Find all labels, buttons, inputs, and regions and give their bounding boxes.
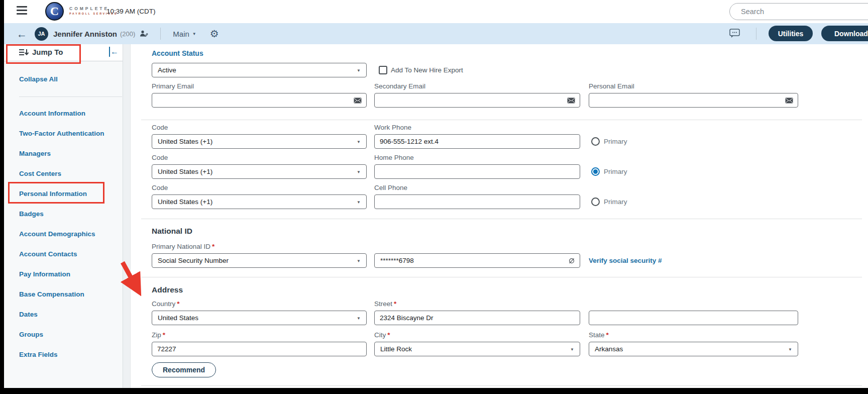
sidebar-item-badges[interactable]: Badges [4, 204, 123, 224]
sidebar-item-account-demographics[interactable]: Account Demographics [4, 224, 123, 244]
state-select[interactable]: Arkansas [589, 342, 798, 356]
chevron-down-icon[interactable] [192, 32, 196, 36]
primary-email-input[interactable] [152, 93, 354, 107]
cell-phone-input[interactable] [374, 194, 580, 209]
content-gutter [123, 44, 131, 388]
account-status-select[interactable]: Active [152, 63, 367, 77]
employee-number: (200) [120, 30, 135, 38]
employee-name: Jennifer Anniston [53, 30, 117, 38]
work-phone-input[interactable] [374, 134, 580, 149]
jump-to-label: Jump To [32, 48, 63, 56]
primary-email-field-wrap [152, 93, 367, 108]
city-select[interactable]: Little Rock [374, 342, 580, 356]
sidebar-item-extra-fields[interactable]: Extra Fields [4, 345, 123, 365]
cell-phone-primary-radio[interactable] [591, 198, 600, 206]
secondary-email-field-wrap [374, 93, 580, 108]
recommend-button[interactable]: Recommend [152, 362, 216, 377]
code-label: Code [152, 124, 168, 131]
primary-radio-label: Primary [604, 168, 627, 175]
envelope-icon[interactable] [567, 97, 575, 104]
required-asterisk: * [387, 331, 390, 339]
street-label: Street* [374, 300, 396, 308]
chevron-down-icon [357, 68, 361, 73]
work-phone-label: Work Phone [374, 124, 411, 131]
primary-radio-label: Primary [604, 138, 627, 145]
sidebar-item-cost-centers[interactable]: Cost Centers [4, 164, 123, 184]
divider [141, 385, 862, 386]
envelope-icon[interactable] [785, 97, 793, 104]
divider [160, 28, 161, 40]
primary-email-label: Primary Email [152, 82, 194, 90]
screenshot-border [0, 388, 868, 394]
divider [141, 219, 862, 219]
national-id-type-select[interactable]: Social Security Number [152, 253, 367, 268]
jump-to-icon [19, 48, 29, 59]
selected-value: United States (+1) [158, 138, 212, 145]
chevron-down-icon [357, 259, 361, 263]
sidebar-item-pay-information[interactable]: Pay Information [4, 264, 123, 284]
sidebar-item-personal-information[interactable]: Personal Information [4, 184, 123, 204]
screenshot-border [0, 0, 4, 394]
work-phone-primary-radio[interactable] [591, 137, 600, 146]
personal-email-input[interactable] [589, 93, 785, 107]
verify-ssn-link[interactable]: Verify social security # [589, 257, 662, 264]
current-time: 10:39 AM (CDT) [106, 8, 156, 15]
feedback-chat-icon[interactable] [729, 29, 740, 41]
primary-radio-label: Primary [604, 198, 627, 206]
collapse-sidebar-icon[interactable] [109, 47, 119, 57]
chevron-down-icon [357, 316, 361, 321]
chevron-down-icon [570, 347, 574, 352]
hamburger-menu-icon[interactable] [17, 6, 27, 15]
sidebar-item-groups[interactable]: Groups [4, 325, 123, 345]
personal-email-label: Personal Email [589, 82, 634, 90]
code-label: Code [152, 154, 168, 161]
home-phone-code-select[interactable]: United States (+1) [152, 164, 367, 179]
secondary-email-input[interactable] [375, 93, 567, 107]
selected-value: Arkansas [595, 345, 623, 353]
back-arrow-icon[interactable] [17, 29, 27, 39]
search-input[interactable] [729, 3, 868, 20]
divider [19, 96, 122, 97]
work-phone-code-select[interactable]: United States (+1) [152, 134, 367, 149]
cell-phone-label: Cell Phone [374, 184, 407, 191]
sidebar-item-two-factor-authentication[interactable]: Two-Factor Authentication [4, 124, 123, 144]
chevron-down-icon [357, 200, 361, 205]
sidebar-item-account-contacts[interactable]: Account Contacts [4, 244, 123, 264]
street-line2-input[interactable] [589, 311, 798, 325]
utilities-button[interactable]: Utilities [769, 26, 813, 41]
selected-value: United States [158, 314, 198, 322]
main-menu-dropdown[interactable]: Main [173, 30, 189, 38]
country-select[interactable]: United States [152, 311, 367, 325]
account-status-heading[interactable]: Account Status [152, 49, 203, 57]
selected-value: United States (+1) [158, 168, 212, 175]
street-input[interactable] [374, 311, 580, 325]
add-to-new-hire-export-checkbox[interactable] [379, 66, 387, 74]
home-phone-input[interactable] [374, 164, 580, 179]
employee-header-bar: JA Jennifer Anniston (200) Main Utilitie… [4, 23, 868, 44]
avatar[interactable]: JA [35, 27, 48, 41]
download-button[interactable]: Download [821, 26, 868, 41]
home-phone-primary-radio[interactable] [591, 167, 600, 176]
sidebar-item-managers[interactable]: Managers [4, 144, 123, 164]
sidebar-item-account-information[interactable]: Account Information [4, 104, 123, 124]
zip-input[interactable] [152, 342, 367, 356]
primary-national-id-label: Primary National ID* [152, 243, 214, 250]
sidebar-item-dates[interactable]: Dates [4, 305, 123, 325]
envelope-icon[interactable] [354, 97, 362, 104]
contact-edit-icon[interactable] [140, 30, 148, 38]
eye-off-icon[interactable] [568, 257, 575, 264]
home-phone-label: Home Phone [374, 154, 414, 161]
required-asterisk: * [177, 300, 179, 308]
personal-email-field-wrap [589, 93, 798, 108]
personal-information-form: Account Status Active Add To New Hire Ex… [123, 44, 868, 388]
collapse-all-link[interactable]: Collapse All [19, 75, 58, 83]
jump-to-nav: Account Information Two-Factor Authentic… [4, 104, 123, 365]
country-label: Country* [152, 300, 180, 308]
zip-label: Zip* [152, 331, 165, 339]
selected-value: Little Rock [380, 345, 412, 353]
cell-phone-code-select[interactable]: United States (+1) [152, 194, 367, 209]
ssn-input[interactable] [375, 254, 568, 267]
jump-to-header: Jump To [4, 44, 123, 61]
sidebar-item-base-compensation[interactable]: Base Compensation [4, 284, 123, 305]
gear-icon[interactable] [210, 28, 219, 40]
